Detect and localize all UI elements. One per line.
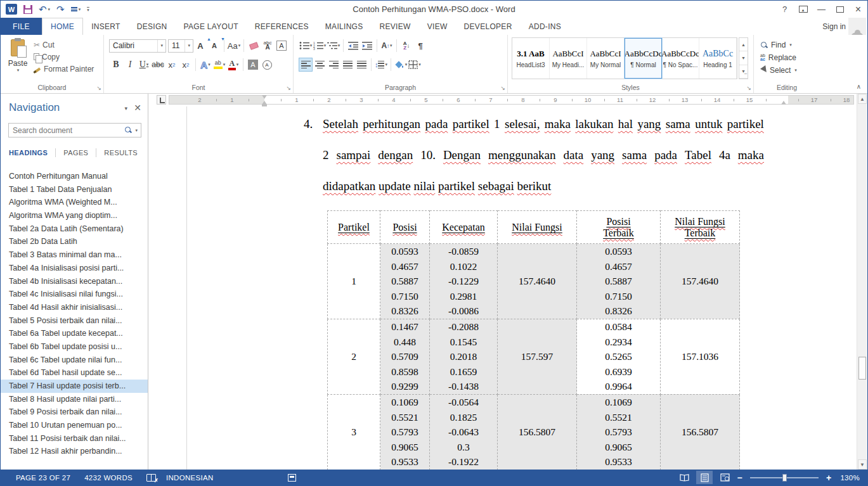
change-case-button[interactable]: Aa▾ — [227, 39, 241, 53]
tab-design[interactable]: DESIGN — [129, 18, 176, 35]
style-item-my-normal[interactable]: AaBbCcIMy Normal — [587, 38, 625, 79]
nav-heading-item[interactable]: Tabel 6b Tabel update posisi u... — [1, 340, 148, 354]
table-header-cell[interactable]: PosisiTerbaik — [577, 211, 661, 244]
nav-heading-item[interactable]: Tabel 9 Posisi terbaik dan nilai... — [1, 406, 148, 419]
nav-heading-item[interactable]: Tabel 4b Inisialisasi kecepatan... — [1, 275, 148, 288]
select-button[interactable]: Select▾ — [754, 64, 820, 77]
character-shading-button[interactable]: A — [246, 58, 260, 72]
nav-heading-item[interactable]: Tabel 3 Batas minimal dan ma... — [1, 248, 148, 262]
tab-add-ins[interactable]: ADD-INS — [521, 18, 569, 35]
borders-button[interactable]: ▾ — [408, 58, 422, 72]
nav-heading-item[interactable]: Algoritma WMA yang dioptim... — [1, 209, 148, 222]
nav-heading-item[interactable]: Tabel 10 Urutan penemuan po... — [1, 419, 148, 432]
table-cell[interactable]: 0.05930.46570.58870.71500.8326 — [380, 244, 430, 319]
clear-formatting-button[interactable] — [247, 39, 261, 53]
table-cell[interactable]: -0.20880.15450.20180.1659-0.1438 — [430, 319, 498, 394]
avatar[interactable] — [848, 18, 866, 35]
tab-references[interactable]: REFERENCES — [247, 18, 317, 35]
nav-heading-item[interactable]: Tabel 12 Hasil akhir perbandin... — [1, 445, 148, 458]
ribbon-display-options-button[interactable] — [794, 1, 812, 18]
search-document-input[interactable]: Search document ▾ — [8, 123, 141, 137]
scrollbar-thumb[interactable] — [858, 357, 866, 380]
customize-qat-button[interactable]: ▾ — [87, 7, 89, 11]
style-item-headlist3[interactable]: 3.1 AaBHeadList3 — [512, 38, 550, 79]
table-cell[interactable]: 156.5807 — [661, 394, 740, 470]
table-header-cell[interactable]: Posisi — [380, 211, 430, 244]
search-icon[interactable] — [125, 127, 132, 134]
tab-view[interactable]: VIEW — [419, 18, 456, 35]
table-cell[interactable]: 2 — [328, 319, 380, 394]
tab-selector[interactable] — [157, 95, 166, 105]
paragraph-line[interactable]: 2sampaidengan10.Denganmenggunakandatayan… — [304, 139, 764, 170]
cut-button[interactable]: ✂Cut — [34, 39, 94, 51]
tab-home[interactable]: HOME — [42, 18, 83, 35]
document-canvas[interactable]: 4.Setelahperhitunganpadapartikel1selesai… — [149, 106, 857, 470]
document-paragraph[interactable]: 4.Setelahperhitunganpadapartikel1selesai… — [304, 108, 764, 201]
navigation-options-icon[interactable]: ▾ — [124, 105, 127, 112]
nav-heading-item[interactable]: Tabel 2b Data Latih — [1, 235, 148, 248]
nav-heading-item[interactable]: Contoh Perhitungan Manual — [1, 170, 148, 183]
copy-button[interactable]: Copy — [34, 51, 94, 63]
table-header-cell[interactable]: Nilai Fungsi — [498, 211, 577, 244]
nav-heading-item[interactable]: Tabel 4d Hasil akhir inisialisasi... — [1, 301, 148, 314]
nav-heading-item[interactable]: Tabel 4a Inisialisasi posisi parti... — [1, 262, 148, 275]
nav-heading-item[interactable]: Tabel 1 Tabel Data Penjualan — [1, 183, 148, 196]
zoom-level[interactable]: 130% — [840, 474, 860, 482]
nav-heading-item[interactable]: Tabel 5 Posisi terbaik dan nilai... — [1, 314, 148, 328]
table-cell[interactable]: 3 — [328, 394, 380, 470]
style-item-heading-1[interactable]: AaBbCcHeading 1 — [699, 38, 737, 79]
tab-review[interactable]: REVIEW — [372, 18, 419, 35]
clipboard-dialog-launcher[interactable]: ↘ — [96, 86, 101, 91]
justify-button[interactable] — [340, 58, 354, 72]
sign-in-link[interactable]: Sign in — [822, 18, 846, 35]
save-button[interactable] — [23, 5, 32, 14]
text-effects-button[interactable]: A▾ — [198, 58, 212, 72]
table-cell[interactable]: 0.05840.29340.52650.69390.9964 — [577, 319, 661, 394]
table-cell[interactable]: -0.08590.1022-0.12290.2981-0.0086 — [430, 244, 498, 319]
nav-tab-pages[interactable]: PAGES — [56, 149, 96, 157]
nav-heading-item[interactable]: Tabel 2a Data Latih (Sementara) — [1, 222, 148, 236]
table-header-cell[interactable]: Kecepatan — [430, 211, 498, 244]
multilevel-list-button[interactable]: ▾ — [327, 39, 340, 53]
bold-button[interactable]: B — [109, 58, 123, 72]
page-indicator[interactable]: PAGE 23 OF 27 — [16, 474, 70, 482]
tab-mailings[interactable]: MAILINGS — [317, 18, 372, 35]
superscript-button[interactable]: x2 — [179, 58, 193, 72]
styles-scroll-down[interactable]: ▼ — [739, 51, 748, 65]
document-table[interactable]: PartikelPosisiKecepatanNilai FungsiPosis… — [327, 210, 740, 470]
minimize-button[interactable]: — — [812, 1, 831, 18]
increase-indent-button[interactable] — [360, 39, 374, 53]
asian-layout-button[interactable]: A↕▾ — [380, 39, 394, 53]
help-button[interactable]: ? — [775, 1, 794, 18]
zoom-in-button[interactable]: + — [826, 473, 831, 483]
vertical-scrollbar[interactable]: ▲ ▼ — [857, 94, 867, 470]
table-header-cell[interactable]: Partikel — [328, 211, 380, 244]
read-mode-button[interactable] — [676, 471, 692, 484]
word-app-icon[interactable]: W — [6, 4, 17, 15]
multilevel-list-qat-button[interactable]: ▾ — [71, 7, 81, 11]
character-border-button[interactable]: A — [275, 39, 288, 53]
align-left-button[interactable] — [299, 58, 313, 72]
table-cell[interactable]: 157.597 — [498, 319, 577, 394]
tab-insert[interactable]: INSERT — [83, 18, 129, 35]
word-count[interactable]: 4232 WORDS — [84, 474, 133, 482]
font-size-combo[interactable]: 11▾ — [168, 39, 193, 53]
web-layout-button[interactable] — [716, 471, 733, 484]
nav-tab-headings[interactable]: HEADINGS — [9, 149, 55, 157]
style-item--no-spac-[interactable]: AaBbCcDc¶ No Spac... — [662, 38, 699, 79]
nav-heading-item[interactable]: Tabel 6c Tabel update nilai fun... — [1, 354, 148, 367]
paragraph-line[interactable]: 4.Setelahperhitunganpadapartikel1selesai… — [304, 108, 764, 139]
find-button[interactable]: Find▾ — [754, 39, 820, 51]
font-name-combo[interactable]: Calibri▾ — [109, 39, 166, 53]
nav-heading-item[interactable]: Tabel 8 Hasil update nilai parti... — [1, 393, 148, 406]
tab-page-layout[interactable]: PAGE LAYOUT — [176, 18, 247, 35]
tab-file[interactable]: FILE — [1, 18, 42, 35]
decrease-indent-button[interactable] — [346, 39, 360, 53]
navigation-close-icon[interactable]: ✕ — [134, 103, 141, 113]
table-cell[interactable]: 157.1036 — [661, 319, 740, 394]
font-dialog-launcher[interactable]: ↘ — [286, 86, 291, 91]
paragraph-line[interactable]: didapatkan update nilai partikel sebagai… — [304, 170, 764, 201]
proofing-errors-icon[interactable]: ✗ — [146, 474, 156, 482]
show-hide-marks-button[interactable]: ¶ — [413, 39, 427, 53]
table-cell[interactable]: 0.10690.55210.57930.90650.9533 — [380, 394, 430, 470]
